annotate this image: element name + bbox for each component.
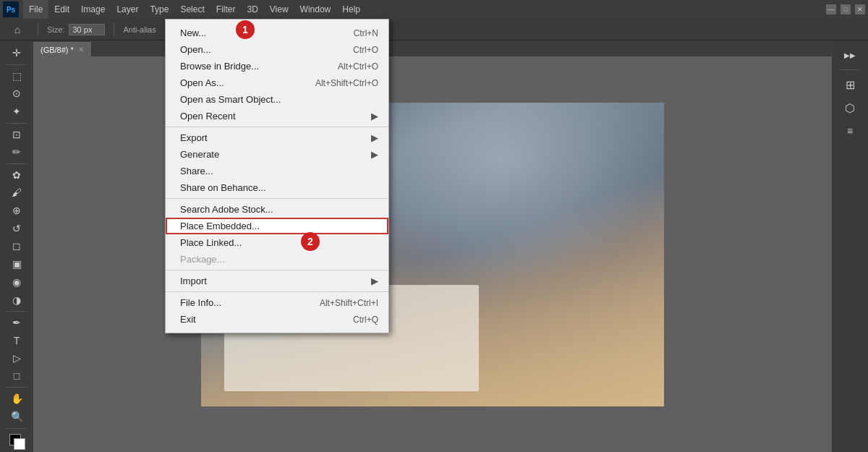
menu-place-embedded-label: Place Embedded... xyxy=(180,221,260,231)
clone-stamp-icon[interactable]: ⊕ xyxy=(5,202,28,219)
open-recent-arrow: ▶ xyxy=(371,111,378,121)
document-tab[interactable]: (GB/8#) * ✕ xyxy=(33,42,92,56)
menu-open[interactable]: Open... Ctrl+O xyxy=(166,41,388,58)
export-arrow: ▶ xyxy=(371,132,378,143)
marquee-tool-icon[interactable]: ⬚ xyxy=(5,67,28,84)
menu-exit[interactable]: Exit Ctrl+Q xyxy=(166,311,388,328)
right-panel: ▶▶ ⊞ ⬡ ≡ xyxy=(832,40,868,452)
lasso-tool-icon[interactable]: ⊙ xyxy=(5,85,28,102)
eraser-tool-icon[interactable]: ◻ xyxy=(5,238,28,255)
eyedropper-icon[interactable]: ✏ xyxy=(5,144,28,161)
window-controls: — □ ✕ xyxy=(826,4,865,14)
menu-open-label: Open... xyxy=(180,44,211,55)
menu-file-info[interactable]: File Info... Alt+Shift+Ctrl+I xyxy=(166,294,388,311)
file-dropdown: New... Ctrl+N Open... Ctrl+O Browse in B… xyxy=(165,19,389,333)
home-icon[interactable]: ⌂ xyxy=(6,20,29,40)
import-arrow: ▶ xyxy=(371,276,378,286)
layers-panel-icon[interactable]: ⊞ xyxy=(838,74,861,95)
menu-open-smart-object[interactable]: Open as Smart Object... xyxy=(166,91,388,108)
type-tool-icon[interactable]: T xyxy=(5,332,28,349)
menu-open-as[interactable]: Open As... Alt+Shift+Ctrl+O xyxy=(166,74,388,91)
menu-generate-label: Generate xyxy=(180,149,219,160)
badge-2: 2 xyxy=(301,232,320,251)
tab-close-icon[interactable]: ✕ xyxy=(78,46,84,54)
menu-import-label: Import xyxy=(180,276,207,286)
gradient-tool-icon[interactable]: ▣ xyxy=(5,256,28,273)
menu-3d[interactable]: 3D xyxy=(241,0,263,19)
menu-open-recent[interactable]: Open Recent ▶ xyxy=(166,108,388,124)
menu-generate[interactable]: Generate ▶ xyxy=(166,146,388,163)
foreground-color-icon[interactable] xyxy=(5,431,28,448)
pen-tool-icon[interactable]: ✒ xyxy=(5,315,28,331)
menu-filter[interactable]: Filter xyxy=(210,0,242,19)
shape-tool-icon[interactable]: □ xyxy=(5,368,28,385)
menu-browse-shortcut: Alt+Ctrl+O xyxy=(338,61,378,72)
path-select-icon[interactable]: ▷ xyxy=(5,350,28,367)
size-label: Size: xyxy=(47,25,64,34)
maximize-button[interactable]: □ xyxy=(841,4,851,14)
tool-home: ⌂ xyxy=(6,20,29,40)
menu-new-shortcut: Ctrl+N xyxy=(354,28,378,38)
menu-browse-in-bridge[interactable]: Browse in Bridge... Alt+Ctrl+O xyxy=(166,58,388,74)
menu-search-stock[interactable]: Search Adobe Stock... xyxy=(166,201,388,218)
tool-sep-5 xyxy=(7,387,27,388)
app-logo: Ps xyxy=(3,1,19,17)
menu-place-linked[interactable]: Place Linked... xyxy=(166,234,388,251)
menu-select[interactable]: Select xyxy=(174,0,210,19)
menu-file-info-label: File Info... xyxy=(180,297,221,308)
history-brush-icon[interactable]: ↺ xyxy=(5,220,28,236)
quick-select-icon[interactable]: ✦ xyxy=(5,103,28,120)
panel-arrow-icon[interactable]: ▶▶ xyxy=(838,45,861,65)
generate-arrow: ▶ xyxy=(371,149,378,160)
menu-layer[interactable]: Layer xyxy=(111,0,144,19)
healing-icon[interactable]: ✿ xyxy=(5,166,28,183)
minimize-button[interactable]: — xyxy=(826,4,836,14)
menu-image[interactable]: Image xyxy=(75,0,111,19)
size-input[interactable] xyxy=(69,24,105,35)
menu-type[interactable]: Type xyxy=(144,0,174,19)
adjustments-icon[interactable]: ⬡ xyxy=(838,98,861,118)
menu-exit-label: Exit xyxy=(180,314,196,325)
canvas-area xyxy=(33,56,832,452)
menu-package-label: Package... xyxy=(180,254,224,265)
dodge-tool-icon[interactable]: ◑ xyxy=(5,291,28,308)
crop-tool-icon[interactable]: ⊡ xyxy=(5,126,28,142)
menu-share-behance[interactable]: Share on Behance... xyxy=(166,179,388,196)
menu-share[interactable]: Share... xyxy=(166,163,388,179)
menu-bar: Ps File Edit Image Layer Type Select Fil… xyxy=(0,0,868,19)
menu-window[interactable]: Window xyxy=(294,0,337,19)
menu-file[interactable]: File xyxy=(23,0,48,19)
menu-help[interactable]: Help xyxy=(336,0,366,19)
menu-view[interactable]: View xyxy=(264,0,294,19)
channels-icon[interactable]: ≡ xyxy=(838,121,861,141)
move-tool-icon[interactable]: ✛ xyxy=(5,45,28,61)
menu-open-shortcut: Ctrl+O xyxy=(353,45,378,55)
menu-place-embedded[interactable]: Place Embedded... xyxy=(166,218,388,234)
menu-file-info-shortcut: Alt+Shift+Ctrl+I xyxy=(320,298,378,308)
menu-open-as-shortcut: Alt+Shift+Ctrl+O xyxy=(315,78,378,88)
blur-tool-icon[interactable]: ◉ xyxy=(5,274,28,291)
tool-sep-6 xyxy=(7,428,27,429)
menu-share-behance-label: Share on Behance... xyxy=(180,182,266,193)
menu-export-label: Export xyxy=(180,132,208,143)
menu-edit[interactable]: Edit xyxy=(48,0,75,19)
zoom-tool-icon[interactable]: 🔍 xyxy=(5,409,28,425)
menu-open-smart-label: Open as Smart Object... xyxy=(180,94,281,105)
antialiased-label: Anti-alias xyxy=(123,25,156,34)
hand-tool-icon[interactable]: ✋ xyxy=(5,391,28,407)
tool-sep-4 xyxy=(7,311,27,312)
close-button[interactable]: ✕ xyxy=(855,4,865,14)
menu-section-1: New... Ctrl+N Open... Ctrl+O Browse in B… xyxy=(166,22,388,127)
tab-bar: (GB/8#) * ✕ xyxy=(33,40,832,56)
menu-browse-label: Browse in Bridge... xyxy=(180,61,259,72)
brush-tool-icon[interactable]: 🖌 xyxy=(5,184,28,201)
menu-exit-shortcut: Ctrl+Q xyxy=(353,315,378,325)
tool-sep-2 xyxy=(7,123,27,124)
menu-section-5: File Info... Alt+Shift+Ctrl+I Exit Ctrl+… xyxy=(166,292,388,330)
menu-new[interactable]: New... Ctrl+N xyxy=(166,25,388,41)
menu-place-linked-label: Place Linked... xyxy=(180,237,242,248)
menu-export[interactable]: Export ▶ xyxy=(166,129,388,146)
menu-import[interactable]: Import ▶ xyxy=(166,273,388,289)
menu-section-2: Export ▶ Generate ▶ Share... Share on Be… xyxy=(166,127,388,199)
menu-share-label: Share... xyxy=(180,166,213,176)
